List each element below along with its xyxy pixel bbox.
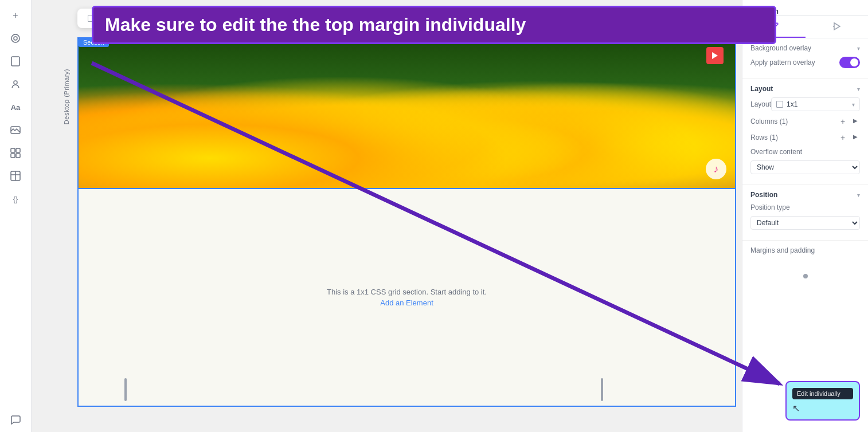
margin-dot-center (803, 274, 808, 278)
apply-pattern-row: Apply pattern overlay (750, 57, 860, 68)
overflow-value-row: Show Hide Scroll (750, 160, 860, 174)
edit-individually-area[interactable]: Edit individually ↖ (785, 381, 860, 421)
flower-section[interactable]: Section ♪ (77, 37, 736, 189)
canvas-content: 1x1 ▾ ✦ ⚓ ▭ 💬 ? ••• Section (77, 37, 736, 426)
overflow-row: Overflow content (750, 148, 860, 156)
background-overlay-section: Background overlay ▾ Apply pattern overl… (742, 38, 868, 79)
svg-point-0 (11, 34, 19, 42)
position-type-value-row: Default Fixed Sticky (750, 216, 860, 230)
edit-individually-tooltip: Edit individually (792, 388, 853, 399)
background-overlay-row: Background overlay ▾ (750, 44, 860, 52)
left-sidebar: + Aa (0, 0, 32, 432)
svg-rect-8 (16, 154, 20, 158)
rows-arrow-btn[interactable]: ▶ (851, 132, 860, 141)
device-label: Desktop (Primary) (63, 69, 70, 124)
svg-point-3 (14, 81, 17, 84)
layout-value-row: Layout 1x1 ▾ (750, 97, 860, 111)
annotation-text: Make sure to edit the the top margin ind… (105, 14, 526, 35)
layout-box-chevron: ▾ (852, 101, 855, 108)
position-type-select[interactable]: Default Fixed Sticky (750, 216, 860, 230)
layout-title: Layout (750, 85, 773, 93)
sidebar-apps-icon[interactable] (6, 143, 25, 163)
columns-controls: + ▶ (837, 116, 860, 127)
background-overlay-label: Background overlay (750, 44, 811, 52)
add-element-link[interactable]: Add an Element (380, 299, 433, 307)
rows-label: Rows (1) (750, 133, 778, 142)
position-type-label: Position type (750, 203, 790, 211)
margins-label: Margins and padding (750, 246, 860, 254)
columns-arrow-btn[interactable]: ▶ (851, 116, 860, 125)
position-chevron[interactable]: ▾ (857, 192, 860, 198)
rows-row: Rows (1) + ▶ (750, 132, 860, 143)
apply-pattern-label: Apply pattern overlay (750, 58, 815, 66)
background-overlay-chevron[interactable]: ▾ (857, 45, 860, 52)
overflow-select[interactable]: Show Hide Scroll (750, 160, 860, 174)
layout-section: Layout ▾ Layout 1x1 ▾ Columns (1) + ▶ Ro… (742, 79, 868, 185)
sidebar-image-icon[interactable] (6, 120, 25, 140)
music-icon: ♪ (706, 159, 726, 179)
layout-chevron[interactable]: ▾ (857, 86, 860, 92)
margins-section: Margins and padding (742, 241, 868, 299)
sidebar-page-icon[interactable] (6, 52, 25, 71)
play-button[interactable] (706, 47, 724, 64)
rows-plus-btn[interactable]: + (837, 132, 849, 143)
canvas-area: Desktop (Primary) 1x1 ▾ ✦ ⚓ ▭ 💬 (32, 0, 742, 432)
columns-label: Columns (1) (750, 117, 788, 125)
overflow-label: Overflow content (750, 148, 802, 156)
margins-grid (750, 259, 860, 293)
columns-row: Columns (1) + ▶ (750, 116, 860, 127)
interaction-tab[interactable] (806, 16, 869, 38)
position-title: Position (750, 191, 777, 199)
position-type-row: Position type (750, 203, 860, 211)
sidebar-table-icon[interactable] (6, 166, 25, 186)
svg-point-1 (14, 37, 17, 40)
layout-box-icon (776, 101, 783, 108)
svg-rect-6 (16, 148, 20, 152)
sidebar-add-icon[interactable]: + (6, 6, 25, 25)
sidebar-people-icon[interactable] (6, 74, 25, 94)
position-header: Position ▾ (750, 191, 860, 199)
sidebar-code-icon[interactable]: {} (6, 189, 25, 209)
layout-header: Layout ▾ (750, 85, 860, 93)
svg-rect-7 (11, 154, 15, 158)
apply-pattern-toggle[interactable] (839, 57, 860, 68)
right-resize-handle[interactable] (601, 378, 603, 401)
flower-background (79, 38, 735, 188)
left-resize-handle[interactable] (124, 378, 127, 401)
svg-rect-5 (11, 148, 15, 152)
right-panel: Section Background overlay ▾ Apply patte… (742, 0, 868, 432)
annotation-banner: Make sure to edit the the top margin ind… (92, 6, 776, 44)
sidebar-layers-icon[interactable] (6, 29, 25, 48)
layout-box[interactable]: 1x1 ▾ (771, 97, 860, 111)
sidebar-text-icon[interactable]: Aa (6, 97, 25, 117)
edit-individually-cursor: ↖ (792, 403, 853, 414)
empty-section-text: This is a 1x1 CSS grid section. Start ad… (327, 288, 487, 296)
position-section: Position ▾ Position type Default Fixed S… (742, 185, 868, 241)
svg-marker-16 (834, 23, 840, 30)
layout-box-value: 1x1 (787, 100, 797, 108)
sidebar-chat-icon[interactable] (6, 413, 25, 432)
margins-prefix: M (750, 246, 756, 254)
svg-rect-2 (11, 57, 19, 66)
columns-plus-btn[interactable]: + (837, 116, 849, 127)
layout-value-label: Layout (750, 100, 771, 108)
margins-text: argins and padding (756, 246, 815, 254)
empty-section[interactable]: This is a 1x1 CSS grid section. Start ad… (77, 189, 736, 407)
rows-controls: + ▶ (837, 132, 860, 143)
